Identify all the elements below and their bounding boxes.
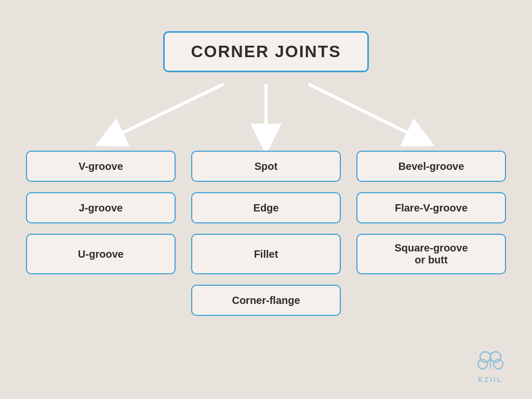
node-fillet: Fillet [191, 234, 341, 274]
node-spot-label: Spot [255, 161, 277, 172]
node-fillet-label: Fillet [254, 248, 278, 260]
svg-line-5 [309, 84, 421, 139]
watermark: EZIIL [475, 348, 506, 383]
node-edge-label: Edge [254, 202, 279, 214]
node-square-groove-label: Square-grooveor butt [394, 242, 468, 266]
diagram: CORNER JOINTS V-groove Spot Bevel-groove… [0, 0, 532, 399]
node-bevel-groove-label: Bevel-groove [398, 161, 464, 172]
node-u-groove-label: U-groove [78, 248, 124, 260]
node-v-groove: V-groove [26, 151, 176, 182]
eziil-logo-icon [475, 348, 506, 374]
node-j-groove: J-groove [26, 192, 176, 223]
node-flare-v-groove-label: Flare-V-groove [395, 202, 468, 214]
node-j-groove-label: J-groove [79, 202, 123, 214]
top-node: CORNER JOINTS [163, 31, 368, 72]
children-grid: V-groove Spot Bevel-groove J-groove Edge… [26, 151, 506, 316]
top-node-label: CORNER JOINTS [191, 42, 341, 61]
node-corner-flange: Corner-flange [191, 285, 341, 316]
node-square-groove: Square-grooveor butt [356, 234, 506, 274]
node-bevel-groove: Bevel-groove [356, 151, 506, 182]
node-spot: Spot [191, 151, 341, 182]
node-corner-flange-label: Corner-flange [232, 295, 300, 307]
watermark-label: EZIIL [478, 376, 503, 383]
node-flare-v-groove: Flare-V-groove [356, 192, 506, 223]
svg-line-3 [109, 84, 223, 139]
node-edge: Edge [191, 192, 341, 223]
node-v-groove-label: V-groove [78, 161, 123, 172]
node-u-groove: U-groove [26, 234, 176, 274]
